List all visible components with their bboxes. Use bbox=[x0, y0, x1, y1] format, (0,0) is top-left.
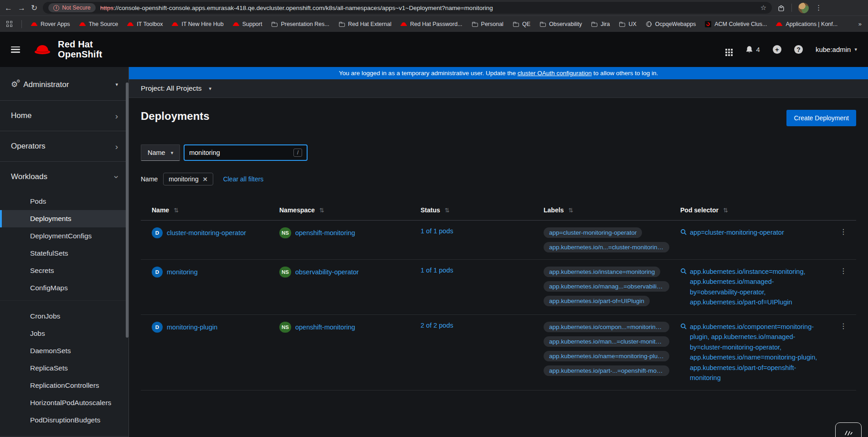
back-icon[interactable]: ← bbox=[5, 4, 12, 12]
sort-icon[interactable]: ⇅ bbox=[723, 207, 728, 214]
browser-menu-icon[interactable]: ⋮ bbox=[815, 4, 822, 12]
label-pill[interactable]: app=cluster-monitoring-operator bbox=[544, 227, 642, 238]
bookmark-item[interactable]: Presentation Res... bbox=[271, 21, 329, 27]
bookmark-star-icon[interactable]: ☆ bbox=[760, 4, 766, 12]
sidebar-item-replicasets[interactable]: ReplicaSets bbox=[0, 360, 129, 377]
url-bar[interactable]: ! Not Secure https://console-openshift-c… bbox=[43, 2, 772, 14]
sidebar-item-jobs[interactable]: Jobs bbox=[0, 325, 129, 342]
bookmark-item[interactable]: The Source bbox=[79, 21, 118, 27]
label-pill[interactable]: app.kubernetes.io/man...=cluster-monitor… bbox=[544, 336, 669, 347]
not-secure-badge[interactable]: ! Not Secure bbox=[48, 3, 96, 12]
remove-chip-icon[interactable]: ✕ bbox=[203, 176, 208, 183]
filter-type-dropdown[interactable]: Name ▾ bbox=[141, 144, 180, 161]
sidebar-item-poddisruptionbudgets[interactable]: PodDisruptionBudgets bbox=[0, 411, 129, 429]
label-pill[interactable]: app.kubernetes.io/part-of=UIPlugin bbox=[544, 296, 650, 306]
label-pill[interactable]: app.kubernetes.io/name=monitoring-plugin bbox=[544, 351, 669, 361]
search-input[interactable] bbox=[189, 149, 280, 156]
forward-icon[interactable]: → bbox=[18, 4, 26, 12]
create-deployment-button[interactable]: Create Deployment bbox=[786, 110, 856, 126]
sidebar-item-statefulsets[interactable]: StatefulSets bbox=[0, 245, 129, 262]
bookmark-item[interactable]: Support bbox=[233, 21, 262, 27]
apps-grid-icon[interactable] bbox=[6, 21, 12, 27]
sidebar-item-deploymentconfigs[interactable]: DeploymentConfigs bbox=[0, 227, 129, 245]
bookmark-item[interactable]: Personal bbox=[472, 21, 503, 27]
namespace-kind-badge: NS bbox=[279, 267, 291, 278]
row-actions-kebab-icon[interactable]: ⋮ bbox=[830, 221, 856, 260]
search-icon bbox=[680, 268, 687, 274]
sidebar-scrollbar[interactable] bbox=[126, 82, 128, 338]
project-selector[interactable]: Project: All Projects ▾ bbox=[129, 79, 868, 98]
bookmark-item[interactable]: QE bbox=[513, 21, 530, 27]
add-icon[interactable]: + bbox=[773, 45, 781, 54]
pod-selector-link[interactable]: app.kubernetes.io/instance=monitoring, a… bbox=[690, 267, 822, 308]
perspective-switcher[interactable]: ⚙ Administrator ▾ bbox=[0, 67, 129, 100]
column-header-name[interactable]: Name⇅ bbox=[141, 200, 276, 221]
bookmarks-overflow-icon[interactable]: » bbox=[858, 21, 862, 27]
bookmark-item[interactable]: ACM Coletive Clus... bbox=[705, 21, 767, 27]
namespace-link[interactable]: openshift-monitoring bbox=[295, 324, 355, 331]
deployment-name-link[interactable]: cluster-monitoring-operator bbox=[167, 229, 246, 236]
help-icon[interactable]: ? bbox=[794, 45, 803, 54]
hamburger-menu-icon[interactable] bbox=[11, 46, 20, 53]
deployment-name-link[interactable]: monitoring-plugin bbox=[167, 324, 217, 331]
notifications-button[interactable]: 4 bbox=[745, 46, 760, 54]
namespace-link[interactable]: observability-operator bbox=[295, 268, 359, 276]
sidebar-item-home[interactable]: Home › bbox=[0, 100, 129, 131]
bookmark-item[interactable]: Red Hat External bbox=[339, 21, 391, 27]
sort-icon[interactable]: ⇅ bbox=[445, 207, 450, 214]
app-launcher-icon[interactable] bbox=[725, 49, 727, 51]
extensions-icon[interactable] bbox=[777, 4, 785, 12]
row-actions-kebab-icon[interactable]: ⋮ bbox=[830, 314, 856, 390]
sidebar-item-deployments[interactable]: Deployments bbox=[0, 210, 129, 227]
sidebar-item-replicationcontrollers[interactable]: ReplicationControllers bbox=[0, 377, 129, 394]
sidebar-item-configmaps[interactable]: ConfigMaps bbox=[0, 279, 129, 297]
deployment-name-link[interactable]: monitoring bbox=[167, 268, 198, 276]
column-header-namespace[interactable]: Namespace⇅ bbox=[276, 200, 417, 221]
sidebar-item-cronjobs[interactable]: CronJobs bbox=[0, 308, 129, 325]
bookmark-item[interactable]: Applications | Konf... bbox=[776, 21, 837, 27]
sort-icon[interactable]: ⇅ bbox=[174, 207, 179, 214]
row-actions-kebab-icon[interactable]: ⋮ bbox=[830, 260, 856, 315]
label-pill[interactable]: app.kubernetes.io/part-...=openshift-mon… bbox=[544, 365, 669, 376]
pods-status-link[interactable]: 1 of 1 pods bbox=[421, 227, 453, 235]
pods-status-link[interactable]: 1 of 1 pods bbox=[421, 267, 453, 274]
label-pill[interactable]: app.kubernetes.io/compon...=monitoring-p… bbox=[544, 322, 669, 332]
namespace-link[interactable]: openshift-monitoring bbox=[295, 229, 355, 236]
sidebar-item-workloads[interactable]: Workloads › bbox=[0, 161, 129, 192]
bookmark-item[interactable]: Observability bbox=[539, 21, 582, 27]
clear-all-filters-link[interactable]: Clear all filters bbox=[223, 175, 264, 183]
bookmark-item[interactable]: IT New Hire Hub bbox=[172, 21, 223, 27]
pods-status-link[interactable]: 2 of 2 pods bbox=[421, 322, 453, 329]
redhat-icon bbox=[776, 21, 782, 27]
label-pill[interactable]: app.kubernetes.io/n...=cluster-monitorin… bbox=[544, 242, 669, 252]
profile-avatar[interactable] bbox=[798, 3, 809, 13]
pod-selector-link[interactable]: app=cluster-monitoring-operator bbox=[690, 227, 784, 237]
pod-selector-link[interactable]: app.kubernetes.io/component=monitoring-p… bbox=[690, 322, 822, 383]
sidebar-item-secrets[interactable]: Secrets bbox=[0, 262, 129, 279]
column-header-pod-selector[interactable]: Pod selector⇅ bbox=[677, 200, 856, 221]
sidebar-item-horizontalpodautoscalers[interactable]: HorizontalPodAutoscalers bbox=[0, 394, 129, 411]
reload-icon[interactable]: ↻ bbox=[31, 4, 37, 12]
bookmark-item[interactable]: Red Hat Password... bbox=[401, 21, 462, 27]
sidebar-item-daemonsets[interactable]: DaemonSets bbox=[0, 342, 129, 360]
user-menu[interactable]: kube:admin ▾ bbox=[816, 46, 857, 53]
sort-icon[interactable]: ⇅ bbox=[568, 207, 573, 214]
column-header-status[interactable]: Status⇅ bbox=[417, 200, 540, 221]
bookmark-item[interactable]: OcpqeWebapps bbox=[646, 21, 696, 27]
oauth-config-link[interactable]: cluster OAuth configuration bbox=[518, 70, 592, 77]
namespace-kind-badge: NS bbox=[279, 322, 291, 333]
bookmark-item[interactable]: IT Toolbox bbox=[127, 21, 163, 27]
chevron-down-icon: › bbox=[112, 175, 121, 178]
sort-icon[interactable]: ⇅ bbox=[319, 207, 324, 214]
column-header-labels[interactable]: Labels⇅ bbox=[540, 200, 677, 221]
lightspeed-assistant-button[interactable] bbox=[835, 422, 862, 437]
bookmark-item[interactable]: Rover Apps bbox=[31, 21, 70, 27]
chip-group-label: Name bbox=[141, 175, 158, 183]
bookmark-item[interactable]: Jira bbox=[591, 21, 610, 27]
banner-text: to allow others to log in. bbox=[592, 70, 658, 77]
label-pill[interactable]: app.kubernetes.io/instance=monitoring bbox=[544, 267, 660, 277]
sidebar-item-operators[interactable]: Operators › bbox=[0, 131, 129, 161]
label-pill[interactable]: app.kubernetes.io/manag...=observability… bbox=[544, 281, 669, 292]
sidebar-item-pods[interactable]: Pods bbox=[0, 193, 129, 210]
bookmark-item[interactable]: UX bbox=[619, 21, 636, 27]
